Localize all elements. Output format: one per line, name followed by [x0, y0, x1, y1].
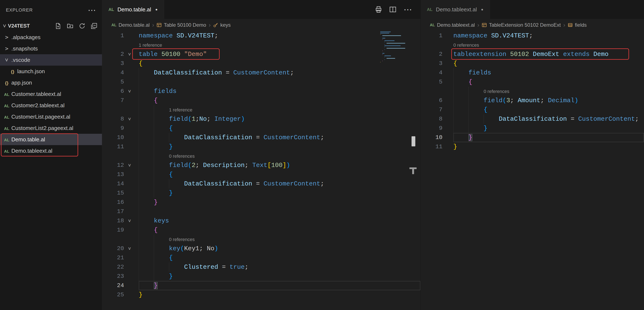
breadcrumb-item[interactable]: ALDemo.table.al [112, 22, 150, 28]
tree-item-label: app.json [11, 80, 32, 86]
code-text[interactable]: fields [453, 68, 644, 77]
code-text[interactable]: namespace SD.V24TEST; [453, 31, 644, 40]
code-text[interactable]: { [453, 105, 644, 114]
minimap[interactable] [380, 32, 400, 310]
code-text[interactable]: } [453, 124, 644, 133]
code-editor[interactable]: 1namespace SD.V24TEST;1 reference2>table… [102, 31, 420, 310]
codelens-link[interactable]: 1 reference [139, 105, 420, 114]
tree-item--snapshots[interactable]: >.snapshots [0, 43, 102, 54]
breadcrumb-item[interactable]: ALDemo.tableext.al [430, 22, 475, 28]
tree-item-customer2-tableext-al[interactable]: ALCustomer2.tableext.al [0, 100, 102, 111]
breadcrumb-item[interactable]: keys [213, 22, 230, 28]
code-text[interactable]: { [453, 77, 644, 87]
new-file-icon[interactable] [55, 23, 61, 29]
code-line-3: 3{ [102, 59, 420, 68]
code-text[interactable]: } [453, 133, 644, 142]
code-text[interactable]: tableextension 50102 DemoExt extends Dem… [453, 50, 644, 59]
tab-demo-tableext-al[interactable]: AL Demo.tableext.al ● [420, 0, 490, 19]
line-number: 2 [420, 50, 442, 59]
new-folder-icon[interactable] [67, 23, 73, 29]
breadcrumb-item[interactable]: TableExtension 50102 DemoExt [482, 22, 561, 28]
fold-chevron-icon[interactable]: > [124, 161, 135, 170]
code-text[interactable]: } [139, 142, 420, 151]
al-file-icon: AL [2, 136, 11, 143]
gutter: 8 [420, 114, 453, 124]
code-text[interactable]: } [139, 272, 420, 281]
code-text[interactable]: fields [139, 87, 420, 96]
codelens-link[interactable]: 1 reference [139, 40, 420, 50]
code-text[interactable]: { [139, 59, 420, 68]
code-text[interactable]: } [139, 198, 420, 207]
codelens-link[interactable]: 0 references [453, 40, 644, 50]
modified-dot-icon[interactable]: ● [481, 7, 484, 12]
fold-chevron-icon[interactable]: > [124, 216, 135, 225]
tab-bar-left: AL Demo.table.al ● ⋯ [102, 0, 420, 19]
code-text[interactable]: { [139, 170, 420, 179]
tree-item-app-json[interactable]: {}app.json [0, 77, 102, 88]
modified-dot-icon[interactable]: ● [155, 7, 158, 12]
tree-item-customer-tableext-al[interactable]: ALCustomer.tableext.al [0, 88, 102, 100]
chevron-right-icon: > [2, 46, 11, 52]
line-number: 10 [420, 133, 442, 142]
code-text[interactable]: } [139, 290, 420, 299]
more-actions-icon[interactable]: ⋯ [404, 5, 412, 14]
fold-chevron-icon[interactable]: > [124, 50, 135, 59]
tree-item-launch-json[interactable]: {}launch.json [0, 66, 102, 77]
code-text[interactable]: } [139, 281, 420, 290]
code-text[interactable]: } [453, 142, 644, 151]
gutter: 4 [420, 68, 453, 77]
fold-chevron-icon[interactable]: > [124, 114, 135, 124]
tree-item--vscode[interactable]: >.vscode [0, 54, 102, 66]
breadcrumb: ALDemo.table.al›Table 50100 Demo›keys [102, 19, 420, 31]
code-text[interactable]: DataClassification = CustomerContent; [453, 114, 644, 124]
tree-item--alpackages[interactable]: >.alpackages [0, 32, 102, 43]
code-text[interactable]: { [139, 253, 420, 262]
code-line-13: 13{ [102, 170, 420, 179]
print-icon[interactable] [375, 6, 382, 13]
codelens-link[interactable]: 0 references [453, 87, 644, 96]
code-text[interactable]: namespace SD.V24TEST; [139, 31, 420, 40]
code-text[interactable]: DataClassification = CustomerContent; [139, 179, 420, 188]
code-text[interactable]: { [139, 124, 420, 133]
code-text[interactable]: key(Key1; No) [139, 244, 420, 253]
code-line-5: 5{ [420, 77, 644, 87]
codelens-link[interactable]: 0 references [139, 151, 420, 161]
code-text[interactable]: field(2; Description; Text[100]) [139, 161, 420, 170]
chevron-down-icon: > [2, 57, 11, 63]
code-text[interactable]: DataClassification = CustomerContent; [139, 68, 420, 77]
code-text[interactable]: DataClassification = CustomerContent; [139, 133, 420, 142]
minimap-line [382, 38, 385, 39]
codelens-link[interactable]: 0 references [139, 235, 420, 244]
fold-chevron-icon[interactable]: > [124, 87, 135, 96]
tab-demo-table-al[interactable]: AL Demo.table.al ● [102, 0, 164, 19]
tree-item-demo-table-al[interactable]: ALDemo.table.al [0, 134, 102, 145]
code-text[interactable]: table 50100 "Demo" [139, 50, 420, 59]
tree-item-customerlist2-pageext-al[interactable]: ALCustomerList2.pageext.al [0, 122, 102, 134]
code-text[interactable]: } [139, 188, 420, 198]
fold-chevron-icon[interactable]: > [124, 244, 135, 253]
code-text[interactable]: field(3; Amount; Decimal) [453, 96, 644, 105]
collapse-all-icon[interactable] [91, 23, 97, 29]
code-text[interactable]: keys [139, 216, 420, 225]
breadcrumb-item[interactable]: Table 50100 Demo [156, 22, 206, 28]
code-editor[interactable]: 1namespace SD.V24TEST;0 references2table… [420, 31, 644, 310]
code-text[interactable]: Clustered = true; [139, 262, 420, 272]
chevron-right-icon: > [2, 34, 11, 41]
code-text[interactable]: { [139, 96, 420, 105]
tree-item-demo-tableext-al[interactable]: ALDemo.tableext.al [0, 145, 102, 156]
code-text[interactable]: field(1;No; Integer) [139, 114, 420, 124]
code-text[interactable] [139, 207, 420, 216]
code-text[interactable]: { [139, 225, 420, 235]
code-text[interactable] [139, 77, 420, 87]
split-editor-icon[interactable] [389, 6, 396, 13]
refresh-icon[interactable] [79, 23, 85, 29]
minimap-line [386, 43, 405, 44]
minimap-line [380, 32, 391, 32]
tree-item-customerlist-pageext-al[interactable]: ALCustomerList.pageext.al [0, 111, 102, 122]
breadcrumb-item[interactable]: fields [568, 22, 586, 28]
workspace-section-header[interactable]: > V24TEST [0, 20, 102, 32]
minimap-line [386, 58, 395, 59]
code-line-6: 6field(3; Amount; Decimal) [420, 96, 644, 105]
code-text[interactable]: { [453, 59, 644, 68]
more-actions-icon[interactable]: ⋯ [88, 6, 96, 14]
